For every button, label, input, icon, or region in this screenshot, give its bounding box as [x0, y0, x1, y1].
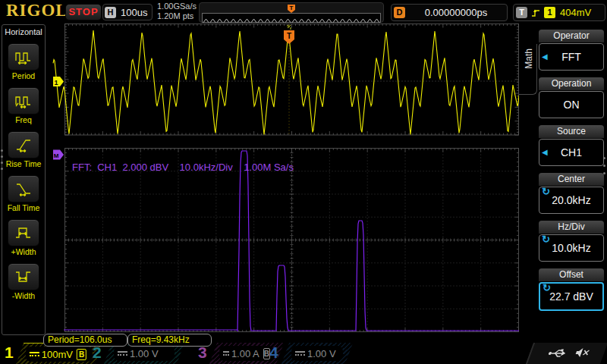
trigger-badge: T: [516, 7, 527, 18]
measurement-period: Period=106.0us: [43, 334, 127, 347]
scope-canvas: 1MT: [47, 23, 524, 343]
sidebar-button-period[interactable]: Period: [2, 43, 45, 80]
delay-badge: D: [394, 7, 405, 18]
io-status-block: [526, 343, 607, 364]
rotate-knob-icon: ↻: [542, 188, 550, 196]
sidebar-button--width[interactable]: +Width: [2, 219, 45, 256]
sample-rate: 1.00GSa/s: [157, 2, 197, 11]
dc-coupling-icon: [223, 351, 229, 356]
tab-math[interactable]: Math: [524, 49, 534, 69]
sidebar-button-label: Freq: [2, 115, 45, 124]
math-menu-panel: Math OperatorFFT◀OperationONSourceCH1◀Ce…: [519, 23, 607, 343]
left-triangle-icon: ◀: [542, 44, 548, 70]
sidebar-button-label: -Width: [2, 291, 45, 300]
trigger-position-icon: T: [287, 4, 296, 14]
menu-item-operation[interactable]: OperationON: [539, 77, 604, 118]
sidebar-button-label: +Width: [2, 247, 45, 256]
sidebar-title: Horizontal: [2, 25, 45, 36]
channel-1-number[interactable]: 1: [5, 344, 14, 362]
menu-item-value[interactable]: 10.0kHz↻: [539, 234, 604, 262]
trigger-slope-icon: [530, 7, 541, 18]
channel-scale-value: 100mV: [42, 349, 73, 360]
menu-item-label: Center: [539, 173, 604, 186]
svg-text:M: M: [54, 152, 59, 159]
sidebar-buttons: PeriodFreqRise TimeFall Time+Width-Width: [2, 43, 45, 300]
menu-item-label: Source: [539, 125, 604, 138]
channel-4-scale-box: 1.00 V: [291, 346, 343, 361]
sidebar-button-freq[interactable]: Freq: [2, 87, 45, 124]
rise-time-icon: [14, 137, 33, 152]
freq-icon: [14, 93, 33, 108]
sidebar-button-rise-time[interactable]: Rise Time: [2, 131, 45, 168]
channel-4-block[interactable]: 1.00 V: [281, 343, 353, 364]
dc-coupling-icon: [118, 351, 127, 356]
usb-icon: [546, 347, 569, 358]
memory-depth: 1.20M pts: [157, 11, 197, 21]
preview-window: [202, 13, 381, 23]
timebase-value: 100us: [121, 7, 147, 18]
menu-item-operator[interactable]: OperatorFFT◀: [539, 30, 604, 71]
svg-text:T: T: [287, 32, 291, 40]
svg-text:1: 1: [54, 79, 58, 86]
trigger-box: T 1 404mV: [513, 4, 605, 21]
menu-item-value[interactable]: ON: [539, 91, 604, 118]
dc-coupling-icon: [295, 351, 305, 356]
svg-text:T: T: [290, 5, 294, 11]
menu-item-value[interactable]: 20.0kHz↻: [539, 187, 604, 214]
menu-item-hz-div[interactable]: Hz/Div10.0kHz↻: [539, 221, 604, 262]
delay-value: 0.00000000ps: [425, 7, 487, 18]
run-stop-status-button[interactable]: STOP: [65, 4, 102, 20]
menu-item-value[interactable]: FFT◀: [539, 43, 604, 71]
rotate-knob-icon: ↻: [543, 284, 551, 292]
menu-item-label: Offset: [539, 268, 604, 281]
io-icons: [545, 347, 593, 361]
menu-item-center[interactable]: Center20.0kHz↻: [539, 173, 604, 214]
menu-item-label: Operator: [539, 30, 604, 42]
sidebar-button--width[interactable]: -Width: [2, 263, 45, 300]
trigger-flag-ornament: [287, 25, 291, 30]
channel-1-scale-box: 100mVB: [26, 347, 93, 362]
rotate-knob-icon: ↻: [542, 236, 550, 243]
channel-scale-value: 1.00 V: [307, 348, 336, 359]
fft-status-text: FFT: CH1 2.000 dBV 10.0kHz/Div 1.00M Sa/…: [72, 162, 294, 173]
channel-2-scale-box: 1.00 V: [114, 346, 175, 361]
bandwidth-limit-badge: B: [77, 349, 86, 360]
sidebar-button-label: Fall Time: [2, 203, 45, 212]
minus-width-icon: [14, 269, 33, 284]
menu-item-offset[interactable]: Offset22.7 dBV↻: [539, 268, 604, 311]
rigol-logo: RIGOL: [6, 1, 68, 20]
menu-item-label: Hz/Div: [539, 221, 604, 234]
menu-item-source[interactable]: SourceCH1◀: [539, 125, 604, 166]
top-status-bar: RIGOL STOP H 100us 1.00GSa/s 1.20M pts T…: [0, 0, 607, 23]
trigger-source-badge: 1: [544, 7, 555, 18]
scope-display: 1MT: [47, 23, 524, 343]
channel-scale-value: 1.00 V: [130, 348, 159, 359]
menu-item-value[interactable]: 22.7 dBV↻: [539, 282, 604, 311]
plus-width-icon: [14, 225, 33, 240]
acquisition-info: 1.00GSa/s 1.20M pts: [157, 2, 197, 21]
channel-4-number[interactable]: 4: [269, 344, 278, 362]
menu-item-value[interactable]: CH1◀: [539, 139, 604, 166]
menu-item-label: Operation: [539, 77, 604, 90]
period-icon: [14, 49, 33, 64]
horizontal-timebase-box: H 100us: [102, 4, 153, 20]
left-triangle-icon: ◀: [542, 140, 548, 165]
menu-items: OperatorFFT◀OperationONSourceCH1◀Center2…: [539, 30, 604, 318]
sidebar-button-label: Rise Time: [2, 159, 45, 168]
delay-box: D 0.00000000ps: [391, 4, 508, 21]
fall-time-icon: [14, 181, 33, 196]
waveform-preview-bar[interactable]: T: [199, 2, 384, 23]
channel-3-scale-box: 1.00 AB: [219, 346, 274, 361]
dc-coupling-icon: [30, 352, 39, 356]
channel-scale-value: 1.00 A: [231, 348, 259, 359]
sidebar-button-fall-time[interactable]: Fall Time: [2, 175, 45, 212]
speaker-muted-icon: [574, 347, 593, 358]
sidebar-button-label: Period: [2, 71, 45, 80]
horizontal-measure-sidebar: Horizontal PeriodFreqRise TimeFall Time+…: [2, 24, 46, 335]
trigger-level-value: 404mV: [560, 7, 591, 18]
measurement-freq: Freq=9.43kHz: [127, 334, 212, 347]
h-badge: H: [105, 7, 116, 18]
